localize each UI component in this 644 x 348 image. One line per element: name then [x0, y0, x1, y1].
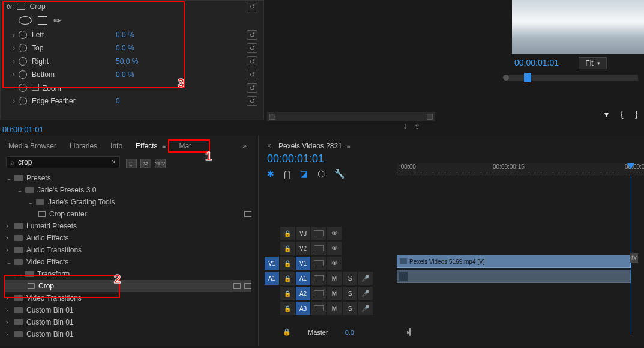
- master-track[interactable]: Master 0.0 ▸▎: [283, 328, 413, 336]
- zoom-checkbox[interactable]: [32, 84, 39, 91]
- lock-icon[interactable]: [283, 328, 291, 336]
- output-icon[interactable]: [311, 272, 326, 285]
- magnet-icon[interactable]: ⋂: [284, 169, 290, 179]
- param-value-edge[interactable]: 0: [116, 97, 120, 105]
- output-icon[interactable]: [311, 287, 326, 300]
- track-label[interactable]: V2: [296, 242, 310, 255]
- track-target-v1[interactable]: V1: [265, 257, 279, 270]
- stopwatch-icon[interactable]: [19, 97, 27, 105]
- source-scrub-bar[interactable]: [267, 112, 435, 121]
- lock-icon[interactable]: [280, 272, 295, 285]
- reset-left-button[interactable]: ↺: [247, 30, 257, 40]
- reset-right-button[interactable]: ↺: [247, 56, 257, 66]
- fx-badge-icon[interactable]: fx: [630, 253, 638, 263]
- chevron-right-icon[interactable]: [6, 306, 11, 314]
- tree-bin2[interactable]: Custom Bin 01: [4, 316, 251, 328]
- pen-mask-icon[interactable]: ✎: [51, 14, 62, 26]
- yuv-filter-icon[interactable]: YUV: [155, 159, 166, 168]
- track-label[interactable]: V3: [296, 227, 310, 240]
- marker-icon[interactable]: ▾: [604, 109, 609, 119]
- chevron-right-icon[interactable]: [6, 318, 11, 326]
- in-bracket-icon[interactable]: {: [621, 109, 624, 119]
- solo-button[interactable]: S: [343, 287, 357, 300]
- chevron-right-icon[interactable]: [13, 57, 19, 66]
- track-label[interactable]: V1: [296, 257, 310, 270]
- close-sequence-icon[interactable]: ×: [267, 142, 271, 150]
- track-v3[interactable]: V3: [265, 226, 391, 240]
- mic-icon[interactable]: [358, 287, 373, 300]
- overflow-chevron-icon[interactable]: »: [242, 142, 247, 150]
- reset-bottom-button[interactable]: ↺: [247, 70, 257, 79]
- chevron-right-icon[interactable]: [6, 234, 11, 242]
- panel-menu-icon[interactable]: ≡: [163, 143, 166, 150]
- track-label[interactable]: A2: [296, 287, 310, 300]
- tree-crop[interactable]: Crop: [4, 280, 251, 292]
- stopwatch-icon[interactable]: [19, 44, 27, 52]
- output-icon[interactable]: [311, 242, 326, 255]
- param-value-right[interactable]: 50.0 %: [116, 57, 138, 66]
- effects-search[interactable]: ⌕ ×: [6, 156, 120, 168]
- wrench-icon[interactable]: 🔧: [334, 169, 345, 179]
- tree-grading[interactable]: Jarle's Grading Tools: [4, 196, 251, 208]
- param-value-left[interactable]: 0.0 %: [116, 31, 134, 39]
- chevron-down-icon[interactable]: [17, 270, 22, 278]
- 32bit-filter-icon[interactable]: 32: [140, 159, 151, 168]
- chevron-down-icon[interactable]: [17, 186, 22, 194]
- rect-mask-icon[interactable]: [38, 16, 47, 25]
- scrub-start-handle[interactable]: [503, 75, 509, 81]
- eye-icon[interactable]: [327, 227, 342, 240]
- lock-icon[interactable]: [280, 287, 295, 300]
- chevron-right-icon[interactable]: [13, 31, 19, 39]
- eye-icon[interactable]: [327, 242, 342, 255]
- tab-info[interactable]: Info: [110, 142, 122, 150]
- stopwatch-icon[interactable]: [19, 70, 27, 79]
- track-a2[interactable]: A2 M S: [265, 286, 391, 301]
- effects-search-input[interactable]: [18, 158, 96, 166]
- ellipse-mask-icon[interactable]: [19, 16, 32, 25]
- solo-button[interactable]: S: [343, 302, 357, 315]
- reset-zoom-button[interactable]: ↺: [247, 83, 257, 93]
- program-timecode[interactable]: 00:00:01:01: [514, 58, 559, 67]
- playhead-icon[interactable]: [524, 73, 531, 82]
- chevron-right-icon[interactable]: [6, 246, 11, 254]
- stopwatch-icon[interactable]: [19, 57, 27, 66]
- track-target-a1[interactable]: A1: [265, 272, 279, 285]
- track-v2[interactable]: V2: [265, 241, 391, 255]
- tree-video-tr[interactable]: Video Transitions: [4, 292, 251, 304]
- reset-top-button[interactable]: ↺: [247, 43, 257, 53]
- track-v1[interactable]: V1 V1: [265, 256, 391, 270]
- solo-button[interactable]: S: [343, 272, 357, 285]
- chevron-right-icon[interactable]: [6, 222, 11, 230]
- mic-icon[interactable]: [358, 302, 373, 315]
- output-icon[interactable]: [311, 257, 326, 270]
- tree-lumetri[interactable]: Lumetri Presets: [4, 220, 251, 232]
- in-handle-icon[interactable]: [269, 114, 275, 120]
- tree-video-fx[interactable]: Video Effects: [4, 256, 251, 268]
- marker-tool-icon[interactable]: ⬡: [317, 169, 325, 179]
- eye-icon[interactable]: [327, 257, 342, 270]
- clear-search-icon[interactable]: ×: [112, 158, 116, 166]
- stopwatch-icon[interactable]: [19, 84, 27, 92]
- tab-media-browser[interactable]: Media Browser: [8, 142, 56, 150]
- reset-effect-button[interactable]: ↺: [247, 2, 257, 11]
- chevron-down-icon[interactable]: [6, 258, 11, 266]
- output-icon[interactable]: [311, 302, 326, 315]
- fx-badge[interactable]: fx: [7, 3, 12, 10]
- tree-audio-tr[interactable]: Audio Transitions: [4, 244, 251, 256]
- reset-edge-button[interactable]: ↺: [247, 96, 257, 106]
- tree-crop-center[interactable]: Crop center: [4, 208, 251, 220]
- linked-sel-icon[interactable]: ◪: [300, 169, 308, 179]
- out-handle-icon[interactable]: [427, 114, 433, 120]
- mute-button[interactable]: M: [327, 272, 342, 285]
- chevron-right-icon[interactable]: [13, 44, 19, 52]
- out-bracket-icon[interactable]: }: [635, 109, 638, 119]
- chevron-right-icon[interactable]: [6, 294, 11, 302]
- panel-menu-icon[interactable]: ≡: [347, 143, 351, 150]
- snap-icon[interactable]: ✱: [267, 169, 274, 179]
- output-icon[interactable]: [311, 227, 326, 240]
- chevron-right-icon[interactable]: [13, 97, 19, 105]
- export-frame-icon[interactable]: ⇪: [414, 123, 420, 131]
- track-label[interactable]: A1: [296, 272, 310, 285]
- zoom-dropdown[interactable]: Fit ▾: [579, 57, 606, 69]
- source-timecode[interactable]: 00:00:01:01: [0, 124, 46, 135]
